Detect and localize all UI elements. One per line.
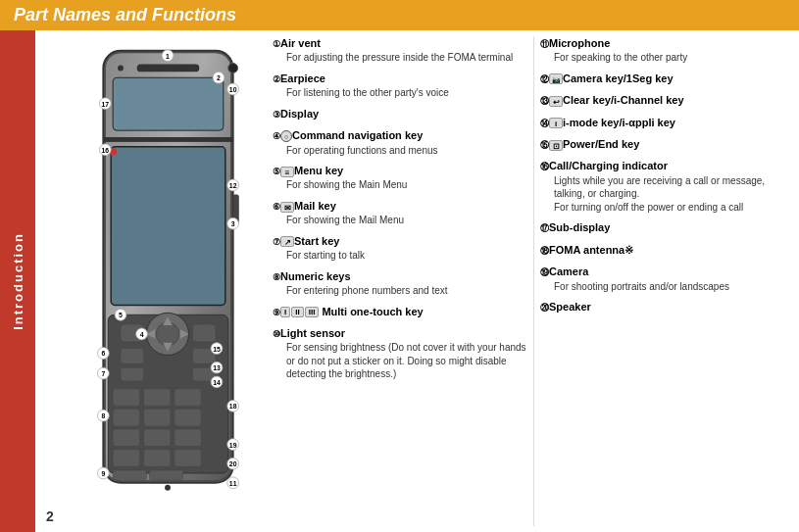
svg-rect-33 (113, 470, 146, 480)
desc-microphone-title: ⑪Microphone (540, 36, 797, 51)
svg-rect-23 (174, 389, 200, 407)
phone-svg: 1 2 3 4 5 6 7 8 (82, 41, 254, 521)
desc-earpiece-title: ②Earpiece (273, 72, 529, 86)
svg-point-10 (156, 322, 179, 346)
svg-rect-21 (113, 389, 139, 407)
svg-text:20: 20 (228, 460, 236, 467)
desc-nav-key-body: For operating functions and menus (273, 144, 529, 158)
svg-rect-27 (113, 429, 139, 447)
page-wrapper: Part Names and Functions Introduction 2 (0, 0, 799, 532)
svg-text:6: 6 (101, 350, 105, 357)
desc-display-title: ③Display (273, 107, 529, 121)
svg-rect-5 (113, 77, 224, 130)
svg-rect-25 (143, 409, 170, 426)
desc-start-key-title: ⑦↗Start key (273, 234, 529, 249)
svg-rect-29 (174, 429, 200, 447)
svg-rect-6 (103, 137, 232, 142)
desc-sub-display: ⑰Sub-display (540, 220, 797, 235)
svg-rect-22 (143, 389, 170, 407)
svg-rect-26 (174, 409, 200, 426)
desc-camera-key-title: ⑫📷Camera key/1Seg key (540, 72, 797, 86)
desc-foma-antenna-title: ⑱FOMA antenna※ (540, 243, 797, 258)
desc-clear-key: ⑬↩Clear key/i-Channel key (540, 93, 797, 108)
desc-camera-key: ⑫📷Camera key/1Seg key (540, 72, 797, 86)
desc-light-sensor-body: For sensing brightness (Do not cover it … (273, 341, 529, 381)
right-desc-col: ⑪Microphone For speaking to the other pa… (533, 36, 797, 526)
svg-text:10: 10 (228, 86, 236, 93)
desc-menu-key: ⑤≡Menu key For showing the Main Menu (273, 164, 529, 192)
svg-rect-28 (143, 429, 170, 447)
content-area: Introduction 2 (0, 30, 799, 532)
desc-nav-key: ④○Command navigation key For operating f… (273, 128, 529, 157)
desc-numeric-keys-title: ⑧Numeric keys (273, 269, 529, 284)
svg-text:2: 2 (217, 74, 221, 81)
svg-text:17: 17 (101, 101, 109, 108)
svg-rect-34 (149, 470, 182, 480)
svg-text:11: 11 (228, 480, 236, 487)
desc-imode-key: ⑭ii-mode key/i-αppli key (540, 116, 797, 130)
svg-rect-7 (111, 147, 225, 306)
page-header: Part Names and Functions (0, 0, 799, 30)
svg-rect-20 (120, 367, 143, 381)
svg-text:8: 8 (101, 412, 105, 419)
sidebar: Introduction (0, 30, 35, 532)
desc-camera-title: ⑲Camera (540, 265, 797, 279)
svg-text:19: 19 (228, 442, 236, 449)
desc-air-vent-title: ①Air vent (273, 36, 529, 51)
desc-power-key-title: ⑮⊡Power/End key (540, 137, 797, 152)
desc-multi-key: ⑨IIIIII Multi one-touch key (273, 305, 529, 319)
desc-microphone-body: For speaking to the other party (540, 51, 797, 65)
desc-start-key-body: For starting to talk (273, 249, 529, 263)
svg-text:12: 12 (228, 182, 236, 189)
description-columns: ①Air vent For adjusting the pressure ins… (271, 30, 799, 532)
svg-text:3: 3 (230, 220, 234, 227)
svg-text:16: 16 (101, 147, 109, 154)
desc-numeric-keys: ⑧Numeric keys For entering phone numbers… (273, 269, 529, 298)
svg-text:14: 14 (213, 379, 221, 386)
svg-text:5: 5 (119, 312, 123, 318)
svg-rect-24 (113, 409, 139, 426)
desc-imode-key-title: ⑭ii-mode key/i-αppli key (540, 116, 797, 130)
desc-sub-display-title: ⑰Sub-display (540, 220, 797, 235)
svg-text:15: 15 (213, 346, 221, 353)
sidebar-label: Introduction (11, 232, 25, 330)
svg-text:4: 4 (139, 331, 143, 338)
desc-mail-key-body: For showing the Mail Menu (273, 214, 529, 227)
desc-foma-antenna: ⑱FOMA antenna※ (540, 243, 797, 258)
desc-air-vent: ①Air vent For adjusting the pressure ins… (273, 36, 529, 65)
svg-point-3 (227, 64, 237, 73)
desc-speaker-title: ⑳Speaker (540, 300, 797, 314)
desc-light-sensor: ⑩Light sensor For sensing brightness (Do… (273, 326, 529, 381)
svg-text:1: 1 (166, 53, 170, 60)
desc-earpiece: ②Earpiece For listening to the other par… (273, 72, 529, 100)
desc-camera: ⑲Camera For shooting portraits and/or la… (540, 265, 797, 293)
desc-mail-key: ⑥✉Mail key For showing the Mail Menu (273, 199, 529, 227)
svg-rect-31 (143, 450, 170, 467)
desc-light-sensor-title: ⑩Light sensor (273, 326, 529, 341)
desc-nav-key-title: ④○Command navigation key (273, 128, 529, 143)
svg-rect-32 (174, 450, 200, 467)
svg-text:18: 18 (228, 403, 236, 410)
svg-text:13: 13 (213, 364, 221, 371)
desc-call-indicator-title: ⑯Call/Charging indicator (540, 159, 797, 173)
page-number: 2 (35, 30, 65, 532)
svg-rect-17 (120, 349, 143, 364)
svg-point-4 (118, 66, 124, 72)
desc-menu-key-body: For showing the Main Menu (273, 178, 529, 192)
desc-speaker: ⑳Speaker (540, 300, 797, 314)
desc-call-indicator: ⑯Call/Charging indicator Lights while yo… (540, 159, 797, 214)
desc-numeric-keys-body: For entering phone numbers and text (273, 284, 529, 298)
phone-illustration: 1 2 3 4 5 6 7 8 (65, 30, 271, 532)
desc-power-key: ⑮⊡Power/End key (540, 137, 797, 152)
desc-menu-key-title: ⑤≡Menu key (273, 164, 529, 178)
svg-text:7: 7 (101, 370, 105, 377)
desc-display: ③Display (273, 107, 529, 121)
desc-call-indicator-body: Lights while you are receiving a call or… (540, 174, 797, 215)
desc-microphone: ⑪Microphone For speaking to the other pa… (540, 36, 797, 65)
desc-camera-body: For shooting portraits and/or landscapes (540, 280, 797, 294)
left-desc-col: ①Air vent For adjusting the pressure ins… (273, 36, 529, 526)
svg-point-37 (165, 485, 171, 491)
svg-rect-2 (136, 65, 199, 73)
svg-rect-16 (192, 324, 216, 342)
desc-air-vent-body: For adjusting the pressure inside the FO… (273, 51, 529, 65)
